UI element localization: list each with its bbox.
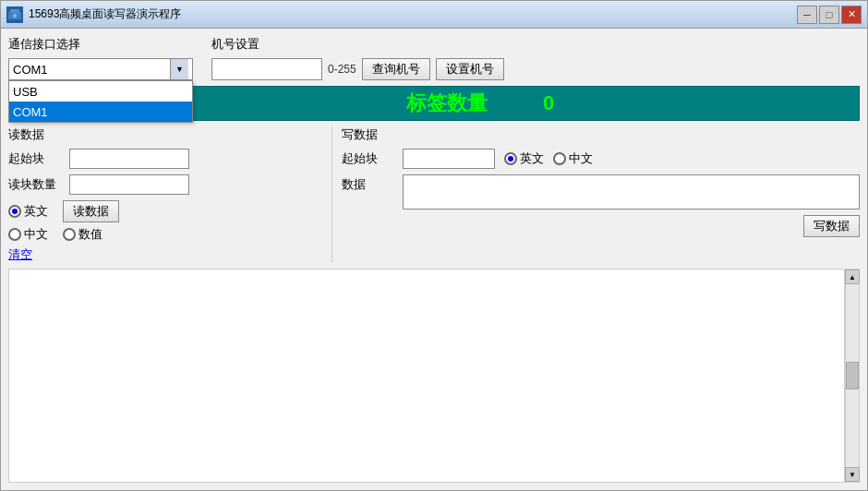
write-start-block-label: 起始块 xyxy=(342,150,397,167)
output-area: ▲ ▼ xyxy=(8,269,860,483)
comm-dropdown-list: USB COM1 xyxy=(8,80,193,123)
main-content: 通信接口选择 COM1 ▼ USB COM1 机号设置 0- xyxy=(1,29,867,490)
main-window: 15693高频桌面读写器演示程序 ─ □ ✕ 通信接口选择 COM1 ▼ USB xyxy=(0,0,868,491)
write-top-row: 起始块 英文 中文 xyxy=(342,149,860,169)
write-section: 写数据 起始块 英文 中文 数据 xyxy=(342,126,860,263)
write-english-label: 英文 xyxy=(520,150,544,167)
read-numeric-label: 数值 xyxy=(78,226,102,243)
dropdown-arrow-icon[interactable]: ▼ xyxy=(170,59,188,79)
comm-section-label: 通信接口选择 xyxy=(8,36,193,53)
read-chinese-label: 中文 xyxy=(24,226,48,243)
write-data-label: 数据 xyxy=(342,174,397,193)
clear-link[interactable]: 清空 xyxy=(8,246,322,263)
minimize-button[interactable]: ─ xyxy=(797,6,817,24)
svg-point-2 xyxy=(13,14,17,18)
close-button[interactable]: ✕ xyxy=(841,6,862,24)
write-chinese-radio-circle xyxy=(553,152,566,165)
read-encoding-group: 英文 xyxy=(8,203,48,220)
write-start-block-row: 起始块 xyxy=(342,149,495,169)
read-encoding2-row: 中文 数值 xyxy=(8,226,322,243)
write-data-button[interactable]: 写数据 xyxy=(803,215,860,237)
dropdown-item-com1[interactable]: COM1 xyxy=(9,102,192,122)
window-title: 15693高频桌面读写器演示程序 xyxy=(29,6,797,22)
read-numeric-radio-circle xyxy=(63,228,76,241)
scroll-up-button[interactable]: ▲ xyxy=(845,269,860,284)
write-english-radio[interactable]: 英文 xyxy=(504,150,544,167)
write-english-radio-circle xyxy=(504,152,517,165)
machine-number-input[interactable] xyxy=(211,58,322,80)
range-label: 0-255 xyxy=(328,63,356,76)
query-machine-button[interactable]: 查询机号 xyxy=(362,58,430,80)
read-write-panel: 读数据 起始块 读块数量 英文 读数据 xyxy=(8,126,860,263)
read-start-block-label: 起始块 xyxy=(8,150,64,167)
read-start-block-input[interactable] xyxy=(69,149,189,169)
read-chinese-radio[interactable]: 中文 xyxy=(8,226,48,243)
read-block-count-label: 读块数量 xyxy=(8,176,64,193)
write-chinese-label: 中文 xyxy=(569,150,593,167)
read-section: 读数据 起始块 读块数量 英文 读数据 xyxy=(8,126,322,263)
panel-divider xyxy=(332,126,332,263)
tag-count-value: 0 xyxy=(543,91,554,115)
read-english-radio-circle xyxy=(8,205,21,218)
machine-section-label: 机号设置 xyxy=(211,36,504,53)
write-data-row: 数据 xyxy=(342,174,860,210)
read-numeric-radio[interactable]: 数值 xyxy=(63,226,102,243)
svg-rect-1 xyxy=(10,9,19,13)
write-section-title: 写数据 xyxy=(342,126,860,143)
read-block-count-row: 读块数量 xyxy=(8,174,322,195)
comm-section: 通信接口选择 COM1 ▼ USB COM1 xyxy=(8,36,193,80)
write-chinese-radio[interactable]: 中文 xyxy=(553,150,593,167)
top-row: 通信接口选择 COM1 ▼ USB COM1 机号设置 0- xyxy=(8,36,860,80)
machine-row: 0-255 查询机号 设置机号 xyxy=(211,58,504,80)
tag-banner-label: 标签数量 xyxy=(406,90,488,117)
title-bar-buttons: ─ □ ✕ xyxy=(797,6,862,24)
tag-banner: 标签数量 0 xyxy=(101,86,860,121)
scrollbar-thumb[interactable] xyxy=(846,362,859,389)
read-block-count-input[interactable] xyxy=(69,174,189,195)
read-chinese-radio-circle xyxy=(8,228,21,241)
read-encoding-row: 英文 读数据 xyxy=(8,200,322,222)
title-bar: 15693高频桌面读写器演示程序 ─ □ ✕ xyxy=(1,1,867,29)
read-section-title: 读数据 xyxy=(8,126,322,143)
write-data-input[interactable] xyxy=(403,174,860,210)
set-machine-button[interactable]: 设置机号 xyxy=(436,58,504,80)
app-icon xyxy=(6,6,23,23)
read-english-radio[interactable]: 英文 xyxy=(8,203,48,220)
comm-dropdown-wrapper: COM1 ▼ USB COM1 xyxy=(8,58,193,80)
restore-button[interactable]: □ xyxy=(819,6,839,24)
write-start-block-input[interactable] xyxy=(403,149,495,169)
write-btn-row: 写数据 xyxy=(342,215,860,237)
read-data-button[interactable]: 读数据 xyxy=(63,200,119,222)
comm-dropdown[interactable]: COM1 ▼ xyxy=(8,58,193,80)
read-start-block-row: 起始块 xyxy=(8,149,322,169)
output-box xyxy=(8,269,845,483)
scrollbar-track: ▲ ▼ xyxy=(845,269,860,483)
dropdown-item-usb[interactable]: USB xyxy=(9,81,192,102)
machine-section: 机号设置 0-255 查询机号 设置机号 xyxy=(211,36,504,80)
read-english-label: 英文 xyxy=(24,203,48,220)
scroll-down-button[interactable]: ▼ xyxy=(845,467,860,482)
comm-selected-value: COM1 xyxy=(13,63,48,77)
